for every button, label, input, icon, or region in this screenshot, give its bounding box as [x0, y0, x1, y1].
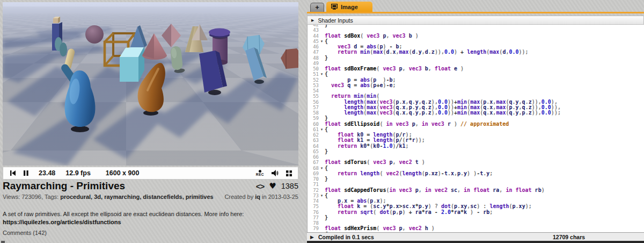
line-number: 79	[308, 226, 319, 231]
fold-arrow-icon[interactable]	[319, 160, 325, 165]
fold-arrow-icon[interactable]	[319, 210, 325, 215]
code-lines: 42}4344float sdBox( vec3 p, vec3 b )45▾{…	[308, 25, 644, 232]
fold-arrow-icon[interactable]	[319, 44, 325, 49]
fold-arrow-icon[interactable]	[319, 154, 325, 160]
fold-arrow-icon[interactable]	[319, 215, 325, 220]
code-line[interactable]: 63 float k1 = length(p/(r*r));	[308, 138, 644, 143]
line-number: 70	[308, 176, 319, 182]
rewind-button[interactable]	[10, 170, 16, 176]
fold-arrow-icon[interactable]	[319, 226, 325, 231]
code-line[interactable]: 53 vec3 q = abs(p+e)-e;	[308, 83, 644, 88]
description-link[interactable]: https://iquilezles.org/articles/distfunc…	[3, 219, 121, 225]
like-count: 1385	[281, 182, 298, 190]
code-line[interactable]: 60float sdEllipsoid( in vec3 p, in vec3 …	[308, 122, 644, 127]
line-number: 64	[308, 144, 319, 149]
code-line[interactable]: 76 return sqrt( dot(p,p) + ra*ra - 2.0*r…	[308, 210, 644, 215]
player-time[interactable]: 23.48	[39, 169, 55, 177]
fold-arrow-icon[interactable]	[319, 105, 325, 110]
meta-row: Views: 723096, Tags: procedural, 3d, ray…	[3, 194, 298, 200]
code-line[interactable]: 44float sdBox( vec3 p, vec3 b )	[308, 33, 644, 39]
code-line[interactable]: 50float sdBoxFrame( vec3 p, vec3 b, floa…	[308, 66, 644, 72]
code-line[interactable]: 67float sdTorus( vec3 p, vec2 t )	[308, 160, 644, 165]
code-line[interactable]: 51▾{	[308, 72, 644, 77]
code-line[interactable]: 79float sdHexPrism( vec3 p, vec2 h )	[308, 226, 644, 231]
fold-arrow-icon[interactable]	[319, 144, 325, 149]
primitive-box	[120, 46, 144, 82]
line-number: 50	[308, 66, 319, 72]
comments-header: Comments (142)	[3, 230, 47, 236]
like-heart-icon[interactable]: ♥	[269, 181, 276, 191]
fold-arrow-icon[interactable]: ▾	[319, 193, 325, 198]
fold-arrow-icon[interactable]: ▾	[319, 166, 325, 171]
line-number: 62	[308, 132, 319, 138]
fold-arrow-icon[interactable]	[319, 198, 325, 204]
record-button[interactable]: REC	[256, 170, 264, 177]
fold-arrow-icon[interactable]	[319, 182, 325, 187]
fold-arrow-icon[interactable]	[319, 88, 325, 94]
code-line[interactable]: 65}	[308, 149, 644, 154]
fold-arrow-icon[interactable]	[319, 220, 325, 226]
fold-arrow-icon[interactable]	[319, 116, 325, 121]
fold-arrow-icon[interactable]: ▾	[319, 72, 325, 77]
code-line[interactable]: 58 length(max(vec3(q.x,q.y,p.z),0.0))+mi…	[308, 110, 644, 116]
shader-canvas-scene	[3, 2, 298, 166]
compile-arrow-icon[interactable]: ▶	[310, 234, 314, 240]
author-link[interactable]: iq	[255, 194, 260, 200]
page-title: Raymarching - Primitives	[3, 180, 125, 192]
player-fps: 12.9 fps	[65, 169, 91, 177]
tab-image[interactable]: Image	[326, 2, 372, 12]
fold-arrow-icon[interactable]	[319, 149, 325, 154]
fold-arrow-icon[interactable]: ▾	[319, 127, 325, 132]
fold-arrow-icon[interactable]	[319, 188, 325, 193]
shader-inputs-toggle[interactable]: ▶ Shader Inputs	[307, 16, 644, 25]
line-number: 45	[308, 39, 319, 44]
code-editor[interactable]: 42}4344float sdBox( vec3 p, vec3 b )45▾{…	[307, 25, 644, 232]
fold-arrow-icon[interactable]	[319, 61, 325, 66]
monitor-icon	[331, 4, 338, 10]
code-line[interactable]: 77}	[308, 215, 644, 220]
fold-arrow-icon[interactable]	[319, 122, 325, 127]
line-number: 75	[308, 204, 319, 209]
title-row: Raymarching - Primitives <> ♥ 1385	[3, 180, 298, 192]
pause-button[interactable]	[23, 170, 29, 176]
fold-arrow-icon[interactable]	[319, 94, 325, 99]
code-line[interactable]: 70}	[308, 176, 644, 182]
fullscreen-button[interactable]	[286, 170, 292, 177]
fold-arrow-icon[interactable]	[319, 27, 325, 33]
code-line[interactable]: 48}	[308, 55, 644, 61]
embed-code-icon[interactable]: <>	[256, 182, 265, 191]
tags-list[interactable]: procedural, 3d, raymarching, distancefie…	[60, 194, 213, 200]
fold-arrow-icon[interactable]	[319, 110, 325, 116]
fold-arrow-icon[interactable]	[319, 171, 325, 176]
primitive-sphere	[85, 25, 104, 44]
code-line[interactable]: 72float sdCappedTorus(in vec3 p, in vec2…	[308, 188, 644, 193]
fold-arrow-icon[interactable]	[319, 55, 325, 61]
code-line[interactable]: 69 return length( vec2(length(p.xz)-t.x,…	[308, 171, 644, 176]
collapse-arrow-icon: ▶	[311, 18, 314, 23]
line-number: 44	[308, 33, 319, 39]
add-tab-button[interactable]: +	[310, 3, 324, 12]
fold-arrow-icon[interactable]	[319, 176, 325, 182]
fold-arrow-icon[interactable]	[319, 138, 325, 143]
fold-arrow-icon[interactable]: ▾	[319, 39, 325, 44]
fold-arrow-icon[interactable]	[319, 83, 325, 88]
code-line[interactable]: 75 float k = (sc.y*p.x>sc.x*p.y) ? dot(p…	[308, 204, 644, 209]
fold-arrow-icon[interactable]	[319, 49, 325, 55]
fold-arrow-icon[interactable]	[319, 33, 325, 39]
line-number: 56	[308, 99, 319, 105]
fold-arrow-icon[interactable]	[319, 132, 325, 138]
code-line[interactable]: 47 return min(max(d.x,max(d.y,d.z)),0.0)…	[308, 49, 644, 55]
fold-arrow-icon[interactable]	[319, 66, 325, 72]
fold-arrow-icon[interactable]	[319, 204, 325, 209]
shader-canvas[interactable]	[3, 2, 298, 166]
fold-arrow-icon[interactable]	[319, 99, 325, 105]
fold-arrow-icon[interactable]	[319, 77, 325, 83]
line-number: 59	[308, 116, 319, 121]
volume-button[interactable]	[271, 169, 279, 177]
line-number: 61	[308, 127, 319, 132]
line-number: 51	[308, 72, 319, 77]
created-suffix: in 2013-03-25	[260, 194, 298, 200]
record-dot-icon	[259, 170, 261, 173]
line-number: 48	[308, 55, 319, 61]
code-line[interactable]: 64 return k0*(k0-1.0)/k1;	[308, 144, 644, 149]
